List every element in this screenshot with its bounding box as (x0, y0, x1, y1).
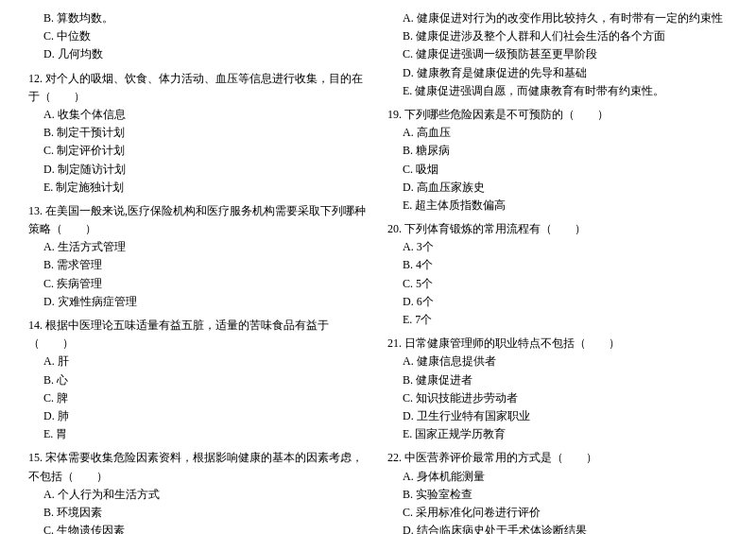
question-title: 21. 日常健康管理师的职业特点不包括（ ） (387, 335, 728, 353)
option: D. 几何均数 (28, 45, 369, 63)
option: C. 健康促进强调一级预防甚至更早阶段 (387, 45, 728, 63)
question-15: 15. 宋体需要收集危险因素资料，根据影响健康的基本的因素考虑，不包括（ ） A… (28, 449, 369, 534)
option: E. 健康促进强调自愿，而健康教育有时带有约束性。 (387, 82, 728, 100)
option: B. 糖尿病 (387, 142, 728, 160)
option: A. 高血压 (387, 124, 728, 142)
option: A. 个人行为和生活方式 (28, 486, 369, 504)
option: C. 生物遗传因素 (28, 522, 369, 534)
question-12: 12. 对个人的吸烟、饮食、体力活动、血压等信息进行收集，目的在于（ ） A. … (28, 70, 369, 197)
option: C. 知识技能进步劳动者 (387, 389, 728, 407)
option: B. 心 (28, 371, 369, 389)
question-title: 22. 中医营养评价最常用的方式是（ ） (387, 449, 728, 467)
question-13: 13. 在美国一般来说,医疗保险机构和医疗服务机构需要采取下列哪种策略（ ） A… (28, 202, 369, 311)
option: E. 7个 (387, 311, 728, 329)
option: C. 5个 (387, 275, 728, 293)
option: B. 4个 (387, 256, 728, 274)
option: C. 脾 (28, 389, 369, 407)
option: C. 制定评价计划 (28, 142, 369, 160)
question-20: 20. 下列体育锻炼的常用流程有（ ） A. 3个 B. 4个 C. 5个 D.… (387, 220, 728, 329)
option: B. 实验室检查 (387, 486, 728, 504)
question-21: 21. 日常健康管理师的职业特点不包括（ ） A. 健康信息提供者 B. 健康促… (387, 335, 728, 443)
question-title: 14. 根据中医理论五味适量有益五脏，适量的苦味食品有益于（ ） (28, 317, 369, 353)
option: B. 环境因素 (28, 504, 369, 522)
option: D. 制定随访计划 (28, 161, 369, 179)
option: E. 胃 (28, 425, 369, 443)
option: B. 健康促进者 (387, 371, 728, 389)
option: D. 6个 (387, 293, 728, 311)
option: A. 身体机能测量 (387, 468, 728, 486)
option: E. 超主体质指数偏高 (387, 197, 728, 215)
question-14: 14. 根据中医理论五味适量有益五脏，适量的苦味食品有益于（ ） A. 肝 B.… (28, 317, 369, 443)
question-title: 13. 在美国一般来说,医疗保险机构和医疗服务机构需要采取下列哪种策略（ ） (28, 202, 369, 238)
page-content: B. 算数均数。 C. 中位数 D. 几何均数 12. 对个人的吸烟、饮食、体力… (28, 9, 728, 534)
option: B. 制定干预计划 (28, 124, 369, 142)
option: D. 肺 (28, 407, 369, 425)
option: D. 高血压家族史 (387, 179, 728, 197)
option: A. 肝 (28, 353, 369, 370)
question-block-b: B. 算数均数。 C. 中位数 D. 几何均数 (28, 9, 369, 64)
option: C. 采用标准化问卷进行评价 (387, 504, 728, 522)
option: C. 疾病管理 (28, 275, 369, 293)
option: D. 灾难性病症管理 (28, 293, 369, 311)
question-18-opts: A. 健康促进对行为的改变作用比较持久，有时带有一定的约束性 B. 健康促进涉及… (387, 9, 728, 100)
option: A. 健康促进对行为的改变作用比较持久，有时带有一定的约束性 (387, 9, 728, 27)
option: A. 3个 (387, 238, 728, 256)
option: B. 健康促进涉及整个人群和人们社会生活的各个方面 (387, 27, 728, 45)
option: C. 吸烟 (387, 161, 728, 179)
left-column: B. 算数均数。 C. 中位数 D. 几何均数 12. 对个人的吸烟、饮食、体力… (28, 9, 369, 534)
question-title: 19. 下列哪些危险因素是不可预防的（ ） (387, 106, 728, 124)
option: A. 健康信息提供者 (387, 353, 728, 370)
option: B. 算数均数。 (28, 9, 369, 27)
option: E. 制定施独计划 (28, 179, 369, 197)
option: D. 卫生行业特有国家职业 (387, 407, 728, 425)
option: D. 结合临床病史处于手术体诊断结果 (387, 522, 728, 534)
question-22: 22. 中医营养评价最常用的方式是（ ） A. 身体机能测量 B. 实验室检查 … (387, 449, 728, 534)
option: A. 收集个体信息 (28, 106, 369, 124)
option: B. 需求管理 (28, 256, 369, 274)
question-title: 20. 下列体育锻炼的常用流程有（ ） (387, 220, 728, 238)
question-title: 12. 对个人的吸烟、饮食、体力活动、血压等信息进行收集，目的在于（ ） (28, 70, 369, 106)
option: D. 健康教育是健康促进的先导和基础 (387, 64, 728, 82)
option: E. 国家正规学历教育 (387, 425, 728, 443)
option: A. 生活方式管理 (28, 238, 369, 256)
question-19: 19. 下列哪些危险因素是不可预防的（ ） A. 高血压 B. 糖尿病 C. 吸… (387, 106, 728, 215)
option: C. 中位数 (28, 27, 369, 45)
right-column: A. 健康促进对行为的改变作用比较持久，有时带有一定的约束性 B. 健康促进涉及… (387, 9, 728, 534)
question-title: 15. 宋体需要收集危险因素资料，根据影响健康的基本的因素考虑，不包括（ ） (28, 449, 369, 485)
